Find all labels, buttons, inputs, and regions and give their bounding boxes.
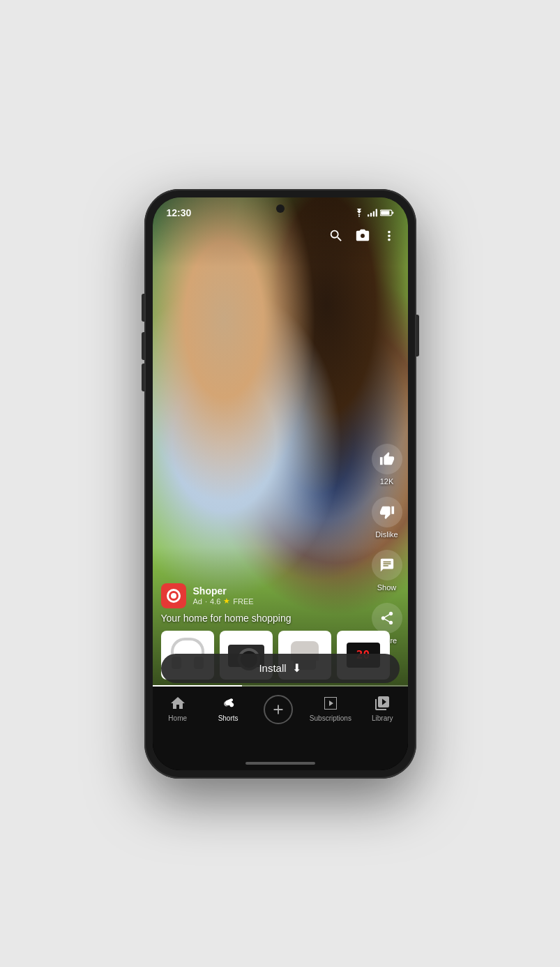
- nav-shorts[interactable]: Shorts: [209, 695, 248, 722]
- ad-label: Ad: [193, 597, 202, 606]
- svg-rect-7: [381, 211, 389, 214]
- nav-subscriptions-label: Subscriptions: [310, 714, 351, 722]
- dislike-icon-circle: [372, 497, 402, 527]
- svg-rect-2: [370, 213, 371, 216]
- screen-content: 12:30: [153, 197, 408, 770]
- svg-rect-4: [375, 209, 377, 216]
- phone-frame: 12:30: [144, 189, 416, 779]
- svg-rect-6: [391, 211, 393, 213]
- more-button[interactable]: [381, 228, 397, 248]
- add-icon: [271, 702, 286, 717]
- svg-rect-3: [372, 211, 374, 216]
- nav-shorts-label: Shorts: [218, 714, 239, 722]
- nav-home-label: Home: [168, 714, 187, 722]
- like-icon-circle: [372, 444, 402, 474]
- share-icon-circle: [372, 603, 402, 634]
- youtube-topbar: [153, 223, 408, 253]
- battery-icon: [380, 209, 394, 217]
- phone-screen: 12:30: [153, 197, 408, 770]
- install-label: Install: [259, 662, 286, 674]
- comments-button[interactable]: Show: [372, 550, 402, 592]
- download-icon: ⬇: [292, 661, 301, 675]
- right-actions: 12K Dislike Show: [372, 444, 402, 645]
- install-button[interactable]: Install ⬇: [161, 654, 400, 683]
- nav-library-label: Library: [372, 714, 393, 722]
- camera-button[interactable]: [355, 228, 370, 248]
- home-icon: [169, 695, 186, 712]
- share-icon: [379, 610, 395, 626]
- ad-separator: ·: [205, 597, 207, 606]
- ad-logo-inner: [167, 589, 181, 603]
- add-button[interactable]: [264, 695, 293, 724]
- thumbs-up-icon: [379, 451, 395, 467]
- nav-add[interactable]: [259, 695, 298, 724]
- nav-home[interactable]: Home: [158, 695, 197, 722]
- status-time: 12:30: [167, 207, 192, 218]
- ad-price: FREE: [233, 597, 253, 606]
- status-icons: [354, 209, 394, 217]
- nav-subscriptions[interactable]: Subscriptions: [310, 695, 351, 722]
- home-indicator: [245, 762, 315, 765]
- like-count: 12K: [380, 477, 394, 486]
- subscriptions-icon: [322, 695, 339, 712]
- ad-rating: 4.6: [210, 597, 220, 606]
- wifi-icon: [354, 209, 365, 217]
- like-button[interactable]: 12K: [372, 444, 402, 486]
- search-button[interactable]: [328, 228, 344, 248]
- comment-label: Show: [377, 583, 397, 592]
- library-icon: [374, 695, 391, 712]
- svg-rect-1: [368, 214, 369, 216]
- dislike-button[interactable]: Dislike: [372, 497, 402, 539]
- ad-app-name: Shoper: [193, 585, 363, 597]
- ad-logo: [161, 583, 186, 608]
- comment-icon-circle: [372, 550, 402, 580]
- camera-notch: [276, 204, 285, 213]
- thumbs-down-icon: [379, 504, 395, 520]
- dislike-label: Dislike: [375, 530, 398, 539]
- nav-library[interactable]: Library: [363, 695, 402, 722]
- signal-icon: [368, 209, 377, 217]
- ad-star: ★: [223, 597, 230, 606]
- shorts-icon: [220, 695, 236, 712]
- bottom-nav: Home Shorts: [153, 687, 408, 770]
- ad-meta: Ad · 4.6 ★ FREE: [193, 597, 363, 606]
- comment-icon: [379, 557, 395, 573]
- svg-point-0: [358, 216, 360, 217]
- shorts-svg-icon: [220, 695, 236, 712]
- ad-tagline: Your home for home shopping: [161, 613, 363, 624]
- ad-header: Shoper Ad · 4.6 ★ FREE: [161, 583, 363, 608]
- ad-info: Shoper Ad · 4.6 ★ FREE: [193, 585, 363, 606]
